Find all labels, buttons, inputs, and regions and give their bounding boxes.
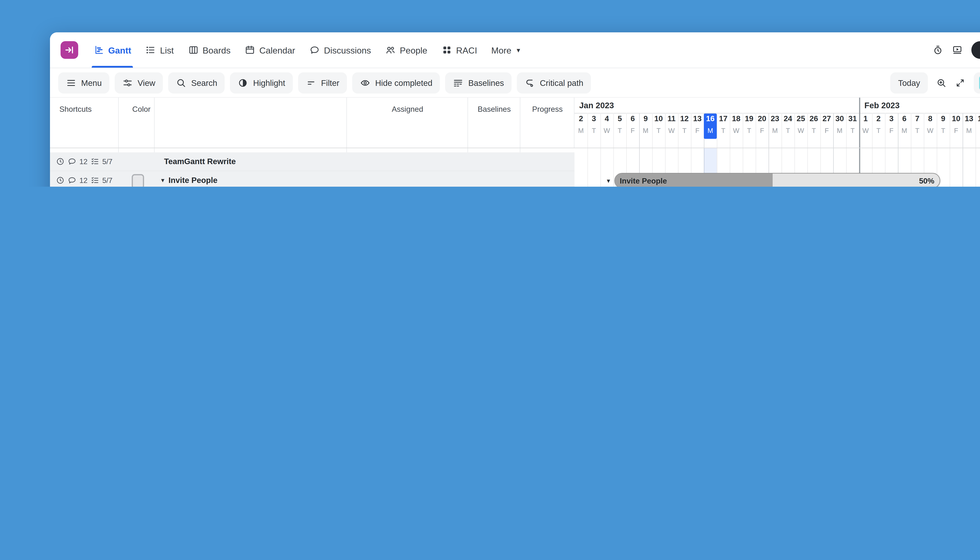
timeline-day-number[interactable]: 11 bbox=[665, 114, 678, 123]
timeline-day-number[interactable]: 13 bbox=[963, 114, 975, 123]
plan-badge[interactable]: Collaborator i bbox=[972, 41, 980, 59]
today-button[interactable]: Today bbox=[890, 72, 928, 93]
timeline-day-number[interactable]: 17 bbox=[717, 114, 730, 123]
tab-raci[interactable]: RACI bbox=[434, 32, 484, 68]
timeline-day-number[interactable]: 18 bbox=[730, 114, 743, 123]
color-swatch[interactable] bbox=[132, 174, 144, 187]
timeline-day-letter: T bbox=[613, 127, 626, 134]
clock-icon[interactable] bbox=[56, 157, 65, 166]
chart-collapse-caret-icon[interactable]: ▾ bbox=[607, 171, 610, 187]
timeline-day-letter: W bbox=[859, 127, 872, 134]
search-icon bbox=[176, 77, 186, 88]
expand-icon[interactable] bbox=[955, 77, 965, 88]
toolbar-button-label: Critical path bbox=[540, 78, 583, 87]
timeline-day-number[interactable]: 9 bbox=[639, 114, 652, 123]
timeline-day-number[interactable]: 7 bbox=[911, 114, 924, 123]
timeline-day-number[interactable]: 14 bbox=[975, 114, 980, 123]
timeline-day-number[interactable]: 6 bbox=[898, 114, 911, 123]
comment-icon[interactable] bbox=[68, 157, 77, 166]
timeline-day-letter: T bbox=[678, 127, 691, 134]
timeline-day-number[interactable]: 6 bbox=[626, 114, 639, 123]
timeline-day-number[interactable]: 3 bbox=[587, 114, 601, 123]
tab-people[interactable]: People bbox=[378, 32, 434, 68]
gantt-chart[interactable]: ▾Invite People50%UserUserInvitation, Des… bbox=[574, 148, 980, 187]
timeline-day-number[interactable]: 9 bbox=[937, 114, 950, 123]
timeline-day-number[interactable]: 10 bbox=[950, 114, 963, 123]
timeline-day-number[interactable]: 5 bbox=[613, 114, 626, 123]
clock-icon[interactable] bbox=[56, 176, 65, 185]
column-header-progress[interactable]: Progress bbox=[521, 105, 574, 113]
timeline-day-number[interactable]: 8 bbox=[924, 114, 937, 123]
timeline-day-number[interactable]: 2 bbox=[872, 114, 885, 123]
shortcuts-cell: 125/7 bbox=[56, 171, 113, 187]
timer-icon[interactable] bbox=[933, 45, 943, 55]
timeline-day-letter: T bbox=[652, 127, 665, 134]
checklist-icon[interactable] bbox=[91, 176, 99, 185]
tab-calendar[interactable]: Calendar bbox=[238, 32, 302, 68]
menu-button[interactable]: Menu bbox=[58, 72, 109, 93]
critical-path-button[interactable]: Critical path bbox=[517, 72, 591, 93]
header-divider bbox=[50, 148, 980, 148]
tab-label: Calendar bbox=[259, 45, 295, 55]
timeline-day-number[interactable]: 2 bbox=[574, 114, 587, 123]
timeline-day-number[interactable]: 10 bbox=[652, 114, 665, 123]
tutorial-video-icon[interactable] bbox=[952, 45, 963, 55]
search-button[interactable]: Search bbox=[168, 72, 225, 93]
timeline-day-number[interactable]: 3 bbox=[885, 114, 898, 123]
timeline-day-letter: F bbox=[626, 127, 639, 134]
timeline-day-number[interactable]: 27 bbox=[820, 114, 833, 123]
eye-icon bbox=[360, 77, 371, 88]
timeline-day-number[interactable]: 26 bbox=[807, 114, 820, 123]
timeline-day-number[interactable]: 19 bbox=[743, 114, 755, 123]
progress-cell[interactable]: 100% bbox=[571, 152, 574, 171]
task-name-label: Invite People bbox=[168, 176, 218, 185]
color-picker-chip[interactable]: ▼ bbox=[973, 72, 980, 93]
timeline-day-number[interactable]: 25 bbox=[794, 114, 807, 123]
timeline-header: Jan 2023Feb 20232M3T4W5T6F9M10T11W12T13F… bbox=[574, 98, 980, 148]
timeline-day-number[interactable]: 12 bbox=[678, 114, 691, 123]
progress-cell[interactable]: 50% bbox=[571, 171, 574, 187]
checklist-icon[interactable] bbox=[91, 157, 99, 166]
timeline-day-number[interactable]: 1 bbox=[859, 114, 872, 123]
table-row[interactable]: 125/7TeamGantt Rewrite100% bbox=[50, 152, 574, 171]
hide-completed-button[interactable]: Hide completed bbox=[352, 72, 440, 93]
shortcuts-cell: 125/7 bbox=[56, 152, 113, 171]
tab-discussions[interactable]: Discussions bbox=[302, 32, 378, 68]
collapse-caret-icon[interactable]: ▾ bbox=[161, 177, 165, 184]
column-header-assigned[interactable]: Assigned bbox=[347, 105, 468, 113]
tab-boards[interactable]: Boards bbox=[181, 32, 238, 68]
task-name-cell[interactable]: ▾Invite People bbox=[161, 171, 345, 187]
group-bar[interactable]: Invite People50% bbox=[614, 173, 940, 187]
app-logo[interactable] bbox=[61, 41, 78, 59]
comment-icon[interactable] bbox=[68, 176, 77, 185]
timeline-day-letter: T bbox=[743, 127, 755, 134]
timeline-day-number[interactable]: 13 bbox=[691, 114, 704, 123]
timeline-day-number[interactable]: 4 bbox=[601, 114, 613, 123]
column-divider bbox=[346, 98, 347, 148]
zoom-in-icon[interactable] bbox=[936, 77, 947, 88]
tab-label: Discussions bbox=[324, 45, 371, 55]
timeline-day-number[interactable]: 30 bbox=[833, 114, 846, 123]
list-icon bbox=[145, 45, 156, 55]
timeline-day-number[interactable]: 23 bbox=[769, 114, 782, 123]
toolbar-button-label: Search bbox=[191, 78, 217, 87]
tab-list[interactable]: List bbox=[138, 32, 181, 68]
column-header-shortcuts[interactable]: Shortcuts bbox=[59, 105, 92, 113]
timeline-day-number[interactable]: 20 bbox=[755, 114, 769, 123]
tab-gantt[interactable]: Gantt bbox=[87, 32, 138, 68]
task-grid: 125/7TeamGantt Rewrite100%125/7▾Invite P… bbox=[50, 148, 574, 187]
gantt-icon bbox=[93, 45, 104, 55]
column-header-baselines[interactable]: Baselines bbox=[468, 105, 521, 113]
filter-button[interactable]: Filter bbox=[298, 72, 347, 93]
timeline-day-number[interactable]: 24 bbox=[782, 114, 794, 123]
timeline-day-letter: W bbox=[665, 127, 678, 134]
task-name-cell[interactable]: TeamGantt Rewrite bbox=[164, 152, 345, 171]
timeline-today-cell[interactable]: 16M bbox=[704, 113, 717, 139]
view-button[interactable]: View bbox=[115, 72, 163, 93]
timeline-day-letter: T bbox=[782, 127, 794, 134]
table-row[interactable]: 125/7▾Invite People50% bbox=[50, 171, 574, 187]
baselines-button[interactable]: Baselines bbox=[445, 72, 512, 93]
timeline-day-number[interactable]: 31 bbox=[846, 114, 859, 123]
highlight-button[interactable]: Highlight bbox=[230, 72, 293, 93]
tab-more[interactable]: More▼ bbox=[484, 32, 528, 68]
